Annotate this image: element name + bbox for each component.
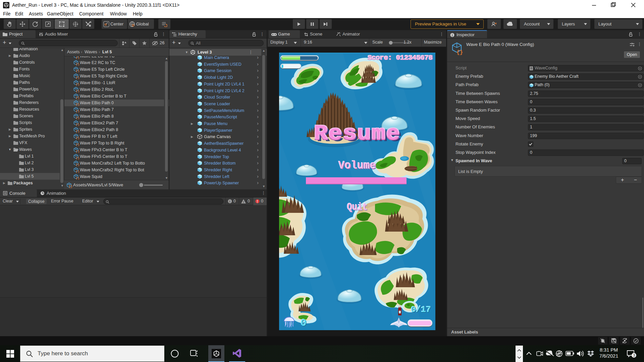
svg-text:{}: {} xyxy=(76,164,79,166)
svg-text:{}: {} xyxy=(76,76,79,79)
svg-text:{}: {} xyxy=(76,137,79,139)
svg-text:{}: {} xyxy=(69,185,72,188)
svg-text:{}: {} xyxy=(457,50,463,55)
svg-text:{}: {} xyxy=(76,170,79,173)
svg-text:{}: {} xyxy=(76,103,79,106)
svg-text:3: 3 xyxy=(633,353,635,357)
svg-text:{}: {} xyxy=(76,157,79,160)
svg-text:!: ! xyxy=(229,200,230,203)
svg-text:{}: {} xyxy=(76,56,79,59)
svg-text:i: i xyxy=(452,34,453,37)
svg-text:{}: {} xyxy=(76,83,79,86)
svg-text:{}: {} xyxy=(76,63,79,66)
svg-text:!: ! xyxy=(257,200,258,203)
svg-text:{}: {} xyxy=(76,117,79,119)
svg-text:{}: {} xyxy=(76,90,79,93)
svg-text:{}: {} xyxy=(76,70,79,72)
svg-text:{}: {} xyxy=(76,143,79,146)
svg-text:{}: {} xyxy=(76,177,79,180)
svg-text:{}: {} xyxy=(76,123,79,126)
svg-text:{}: {} xyxy=(76,130,79,133)
svg-text:{}: {} xyxy=(76,150,79,153)
svg-text:!: ! xyxy=(243,200,244,204)
svg-text:{}: {} xyxy=(76,110,79,113)
svg-text:{}: {} xyxy=(76,97,79,99)
